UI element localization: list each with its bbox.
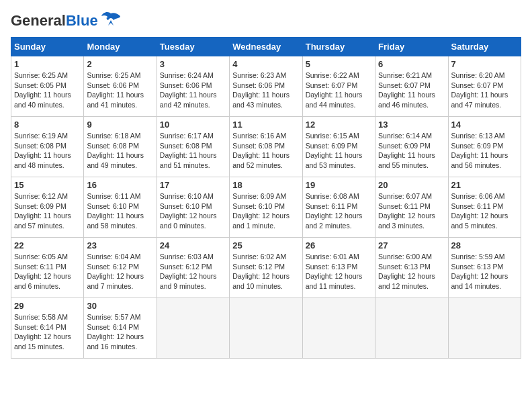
day-cell-1: 1Sunrise: 6:25 AM Sunset: 6:05 PM Daylig… [11,56,84,117]
day-number: 20 [378,180,445,190]
empty-cell [375,298,448,359]
empty-cell [448,298,521,359]
day-number: 19 [306,180,372,190]
logo-general: General [11,12,66,29]
day-info: Sunrise: 6:24 AM Sunset: 6:06 PM Dayligh… [160,71,226,110]
day-number: 4 [232,59,299,69]
col-header-thursday: Thursday [302,38,375,56]
day-info: Sunrise: 6:14 AM Sunset: 6:09 PM Dayligh… [378,131,445,171]
day-number: 14 [451,120,518,130]
week-row-1: 1Sunrise: 6:25 AM Sunset: 6:05 PM Daylig… [11,56,521,117]
day-cell-24: 24Sunrise: 6:03 AM Sunset: 6:12 PM Dayli… [157,238,229,298]
day-info: Sunrise: 6:25 AM Sunset: 6:06 PM Dayligh… [87,71,153,110]
day-cell-13: 13Sunrise: 6:14 AM Sunset: 6:09 PM Dayli… [375,117,448,177]
day-cell-29: 29Sunrise: 5:58 AM Sunset: 6:14 PM Dayli… [11,298,84,359]
day-info: Sunrise: 6:06 AM Sunset: 6:11 PM Dayligh… [451,191,518,231]
day-cell-16: 16Sunrise: 6:11 AM Sunset: 6:10 PM Dayli… [84,177,157,238]
day-cell-21: 21Sunrise: 6:06 AM Sunset: 6:11 PM Dayli… [448,177,521,238]
week-row-3: 15Sunrise: 6:12 AM Sunset: 6:09 PM Dayli… [11,177,521,238]
day-info: Sunrise: 6:17 AM Sunset: 6:08 PM Dayligh… [160,131,226,171]
day-number: 15 [14,180,81,190]
day-info: Sunrise: 6:07 AM Sunset: 6:11 PM Dayligh… [378,191,445,231]
day-info: Sunrise: 6:05 AM Sunset: 6:11 PM Dayligh… [14,252,81,291]
day-cell-3: 3Sunrise: 6:24 AM Sunset: 6:06 PM Daylig… [157,56,229,117]
day-number: 7 [451,59,518,69]
day-number: 12 [306,120,372,130]
day-info: Sunrise: 5:57 AM Sunset: 6:14 PM Dayligh… [87,312,153,352]
day-info: Sunrise: 5:59 AM Sunset: 6:13 PM Dayligh… [451,252,518,291]
day-number: 18 [232,180,299,190]
day-info: Sunrise: 6:04 AM Sunset: 6:12 PM Dayligh… [87,252,153,291]
day-number: 9 [87,120,153,130]
day-cell-9: 9Sunrise: 6:18 AM Sunset: 6:08 PM Daylig… [84,117,157,177]
calendar-table: SundayMondayTuesdayWednesdayThursdayFrid… [11,37,521,359]
day-cell-5: 5Sunrise: 6:22 AM Sunset: 6:07 PM Daylig… [302,56,375,117]
day-cell-23: 23Sunrise: 6:04 AM Sunset: 6:12 PM Dayli… [84,238,157,298]
day-cell-11: 11Sunrise: 6:16 AM Sunset: 6:08 PM Dayli… [230,117,302,177]
day-number: 27 [378,240,445,250]
col-header-tuesday: Tuesday [157,38,229,56]
day-info: Sunrise: 6:03 AM Sunset: 6:12 PM Dayligh… [160,252,226,291]
day-cell-26: 26Sunrise: 6:01 AM Sunset: 6:13 PM Dayli… [302,238,375,298]
day-cell-25: 25Sunrise: 6:02 AM Sunset: 6:12 PM Dayli… [230,238,302,298]
day-info: Sunrise: 5:58 AM Sunset: 6:14 PM Dayligh… [14,312,81,352]
day-cell-14: 14Sunrise: 6:13 AM Sunset: 6:09 PM Dayli… [448,117,521,177]
day-cell-2: 2Sunrise: 6:25 AM Sunset: 6:06 PM Daylig… [84,56,157,117]
day-number: 17 [160,180,226,190]
logo-bird-icon [101,11,120,30]
day-info: Sunrise: 6:23 AM Sunset: 6:06 PM Dayligh… [232,71,299,110]
day-cell-27: 27Sunrise: 6:00 AM Sunset: 6:13 PM Dayli… [375,238,448,298]
day-cell-19: 19Sunrise: 6:08 AM Sunset: 6:11 PM Dayli… [302,177,375,238]
day-cell-12: 12Sunrise: 6:15 AM Sunset: 6:09 PM Dayli… [302,117,375,177]
col-header-saturday: Saturday [448,38,521,56]
day-info: Sunrise: 6:22 AM Sunset: 6:07 PM Dayligh… [306,71,372,110]
day-number: 13 [378,120,445,130]
day-info: Sunrise: 6:00 AM Sunset: 6:13 PM Dayligh… [378,252,445,291]
day-info: Sunrise: 6:15 AM Sunset: 6:09 PM Dayligh… [306,131,372,171]
day-info: Sunrise: 6:12 AM Sunset: 6:09 PM Dayligh… [14,191,81,231]
day-number: 23 [87,240,153,250]
day-number: 16 [87,180,153,190]
day-info: Sunrise: 6:16 AM Sunset: 6:08 PM Dayligh… [232,131,299,171]
day-info: Sunrise: 6:11 AM Sunset: 6:10 PM Dayligh… [87,191,153,231]
empty-cell [157,298,229,359]
day-cell-8: 8Sunrise: 6:19 AM Sunset: 6:08 PM Daylig… [11,117,84,177]
day-cell-22: 22Sunrise: 6:05 AM Sunset: 6:11 PM Dayli… [11,238,84,298]
day-info: Sunrise: 6:08 AM Sunset: 6:11 PM Dayligh… [306,191,372,231]
day-cell-18: 18Sunrise: 6:09 AM Sunset: 6:10 PM Dayli… [230,177,302,238]
day-number: 8 [14,120,81,130]
day-info: Sunrise: 6:13 AM Sunset: 6:09 PM Dayligh… [451,131,518,171]
day-info: Sunrise: 6:18 AM Sunset: 6:08 PM Dayligh… [87,131,153,171]
day-number: 29 [14,301,81,311]
day-cell-17: 17Sunrise: 6:10 AM Sunset: 6:10 PM Dayli… [157,177,229,238]
day-info: Sunrise: 6:21 AM Sunset: 6:07 PM Dayligh… [378,71,445,110]
day-cell-28: 28Sunrise: 5:59 AM Sunset: 6:13 PM Dayli… [448,238,521,298]
day-number: 10 [160,120,226,130]
week-row-2: 8Sunrise: 6:19 AM Sunset: 6:08 PM Daylig… [11,117,521,177]
logo: GeneralBlue [11,11,120,30]
week-row-4: 22Sunrise: 6:05 AM Sunset: 6:11 PM Dayli… [11,238,521,298]
empty-cell [230,298,302,359]
col-header-monday: Monday [84,38,157,56]
col-header-wednesday: Wednesday [230,38,302,56]
day-cell-7: 7Sunrise: 6:20 AM Sunset: 6:07 PM Daylig… [448,56,521,117]
day-cell-6: 6Sunrise: 6:21 AM Sunset: 6:07 PM Daylig… [375,56,448,117]
day-info: Sunrise: 6:02 AM Sunset: 6:12 PM Dayligh… [232,252,299,291]
day-number: 21 [451,180,518,190]
day-cell-20: 20Sunrise: 6:07 AM Sunset: 6:11 PM Dayli… [375,177,448,238]
day-info: Sunrise: 6:19 AM Sunset: 6:08 PM Dayligh… [14,131,81,171]
day-info: Sunrise: 6:10 AM Sunset: 6:10 PM Dayligh… [160,191,226,231]
day-number: 1 [14,59,81,69]
day-cell-4: 4Sunrise: 6:23 AM Sunset: 6:06 PM Daylig… [230,56,302,117]
day-info: Sunrise: 6:25 AM Sunset: 6:05 PM Dayligh… [14,71,81,110]
day-number: 2 [87,59,153,69]
day-number: 30 [87,301,153,311]
day-number: 26 [306,240,372,250]
day-cell-15: 15Sunrise: 6:12 AM Sunset: 6:09 PM Dayli… [11,177,84,238]
col-header-friday: Friday [375,38,448,56]
day-number: 6 [378,59,445,69]
col-header-sunday: Sunday [11,38,84,56]
empty-cell [302,298,375,359]
day-info: Sunrise: 6:01 AM Sunset: 6:13 PM Dayligh… [306,252,372,291]
day-info: Sunrise: 6:20 AM Sunset: 6:07 PM Dayligh… [451,71,518,110]
